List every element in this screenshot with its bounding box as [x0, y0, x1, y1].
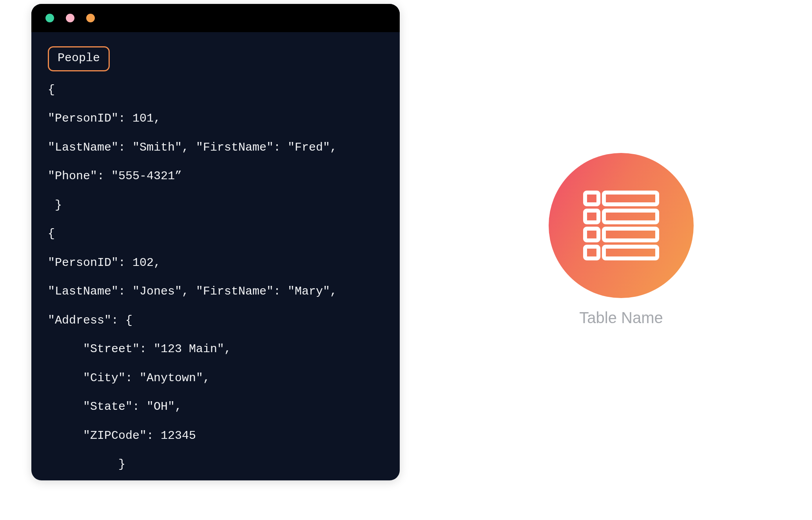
- svg-rect-4: [585, 229, 598, 240]
- svg-rect-0: [585, 193, 598, 204]
- code-line: "LastName": "Jones", "FirstName": "Mary"…: [48, 283, 383, 300]
- traffic-light-close-icon[interactable]: [45, 14, 54, 22]
- traffic-light-minimize-icon[interactable]: [66, 14, 74, 22]
- code-line: "PersonID": 101,: [48, 110, 383, 127]
- svg-rect-3: [604, 211, 657, 222]
- code-body: People { "PersonID": 101, "LastName": "S…: [31, 32, 400, 480]
- legend-label: Table Name: [579, 309, 663, 327]
- traffic-light-zoom-icon[interactable]: [86, 14, 95, 22]
- svg-rect-6: [585, 247, 598, 258]
- code-line: "PersonID": 102,: [48, 255, 383, 272]
- code-line: }: [48, 456, 383, 473]
- legend-circle: [549, 153, 694, 298]
- code-line: }: [48, 197, 383, 214]
- code-line: "Street": "123 Main",: [48, 341, 383, 358]
- code-line: {: [48, 82, 383, 99]
- table-name: People: [58, 51, 100, 65]
- legend: Table Name: [549, 153, 694, 327]
- svg-rect-5: [604, 229, 657, 240]
- table-icon: [583, 190, 660, 261]
- code-line: "ZIPCode": 12345: [48, 427, 383, 445]
- svg-rect-2: [585, 211, 598, 222]
- code-line: "State": "OH",: [48, 398, 383, 416]
- code-line: "Address": {: [48, 312, 383, 329]
- code-window: People { "PersonID": 101, "LastName": "S…: [31, 4, 400, 480]
- window-titlebar: [31, 4, 400, 32]
- table-name-highlight: People: [48, 46, 110, 71]
- code-line: "LastName": "Smith", "FirstName": "Fred"…: [48, 139, 383, 156]
- code-line: "City": "Anytown",: [48, 370, 383, 387]
- code-line: {: [48, 225, 383, 243]
- code-line: "Phone": "555-4321”: [48, 168, 383, 185]
- svg-rect-7: [604, 247, 657, 258]
- svg-rect-1: [604, 193, 657, 204]
